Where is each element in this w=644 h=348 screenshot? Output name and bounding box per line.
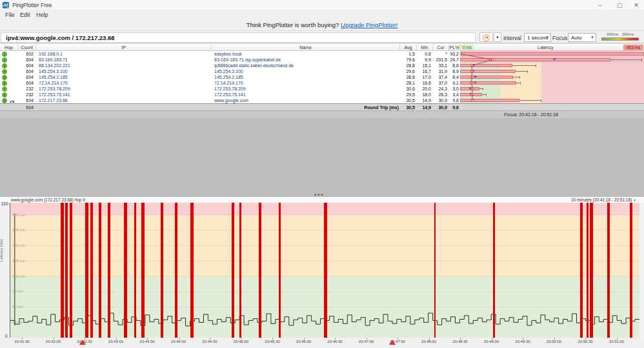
packet-loss-bar <box>607 203 610 341</box>
cell-pl: 93,2 <box>444 51 459 57</box>
gridline-label: 125 ms <box>12 259 25 263</box>
packet-loss-bar <box>239 203 241 341</box>
cell-min: 0,6 <box>416 51 431 57</box>
packet-loss-bar <box>190 203 194 341</box>
legend-200ms-label: 200ms <box>622 32 634 36</box>
plot-right-gutter <box>639 203 644 338</box>
target-bar: ipv4:www.google.com / 172.217.23.68 ▼ In… <box>0 30 644 43</box>
column-header-name[interactable]: Name <box>212 45 400 51</box>
table-row[interactable]: 4604145.254.3.100145.254.3.10029,616,731… <box>0 68 644 74</box>
table-row[interactable]: 5604145.254.2.185145.254.2.18528,817,037… <box>0 74 644 80</box>
xaxis-label: 20:46:00 <box>288 340 319 343</box>
focus-marker-triangle[interactable] <box>79 340 86 345</box>
interval-select[interactable]: 1 second▼ <box>524 33 551 42</box>
timeline-ymax-label: 220 <box>1 201 8 206</box>
xaxis-label: 20:45:30 <box>257 340 288 343</box>
packet-loss-bar <box>134 203 136 341</box>
column-header-latency[interactable]: 0 msLatency453 ms <box>460 45 644 51</box>
cell-min: 16,7 <box>416 68 431 74</box>
gridline-label: 75 ms <box>12 289 23 293</box>
latency-range-bar <box>460 76 513 79</box>
focus-select[interactable]: Auto▼ <box>568 33 596 42</box>
cell-count: 604 <box>18 80 34 86</box>
cell-count: 232 <box>18 86 34 92</box>
chevron-down-icon: ▼ <box>545 36 549 39</box>
target-input[interactable]: ipv4:www.google.com / 172.217.23.68 <box>1 32 476 43</box>
menu-edit[interactable]: Edit <box>20 12 30 18</box>
minimize-button[interactable]: – <box>592 1 608 9</box>
roundtrip-row[interactable]: 604 Round Trip (ms) 30,5 14,9 30,9 9,6 <box>0 103 644 110</box>
xaxis-label: 20:47:00 <box>351 340 382 343</box>
table-row[interactable]: 7232172.253.78.209172.253.78.20930,620,0… <box>0 86 644 92</box>
cell-ip: 145.254.3.100 <box>39 68 206 74</box>
table-row[interactable]: 1602192.168.0.1easybox.local1,50,6*93,2 <box>0 51 644 57</box>
table-row[interactable]: 260483.169.183.7183-169-183-71-isp.super… <box>0 57 644 63</box>
cell-ip: 172.253.75.141 <box>39 92 206 97</box>
timeline-yaxis-label: Latency (ms) <box>0 239 3 261</box>
trace-grid: 1602192.168.0.1easybox.local1,50,6*93,22… <box>0 51 644 103</box>
gridline-label: 200 ms <box>12 213 25 217</box>
focus-label: Focus <box>552 35 567 41</box>
cell-count: 604 <box>18 63 34 68</box>
packet-loss-bar <box>587 203 589 341</box>
interval-label: Interval <box>503 35 521 41</box>
latency-range-bar <box>460 70 516 73</box>
column-header-min[interactable]: Min <box>417 45 433 51</box>
avg-latency-marker <box>471 87 474 90</box>
xaxis-label: 20:48:30 <box>445 340 476 343</box>
packet-loss-bar <box>175 203 177 341</box>
packet-loss-bar <box>259 203 261 341</box>
current-latency-marker: × <box>474 80 476 86</box>
cell-avg: 28,1 <box>394 80 415 86</box>
avg-latency-marker <box>471 99 474 102</box>
table-row[interactable]: 660472.14.214.17072.14.214.17028,116,637… <box>0 80 644 86</box>
avg-latency-marker <box>470 64 474 67</box>
grid-header: HopCountIPNameAvgMinCurPL%0 msLatency453… <box>0 43 644 51</box>
xaxis-label: 20:46:30 <box>319 340 350 343</box>
table-row[interactable]: 9604172.217.23.68www.google.com30,514,93… <box>0 97 644 103</box>
xaxis-label: 20:49:00 <box>476 340 507 343</box>
upgrade-link[interactable]: Upgrade PingPlotter! <box>341 21 397 28</box>
latency-header-label: Latency <box>538 45 554 50</box>
cell-name: www.google.com <box>214 97 395 103</box>
latency-zone <box>541 92 644 97</box>
timeline-plot[interactable]: 200 ms175 ms150 ms125 ms100 ms75 ms50 ms… <box>10 203 639 338</box>
cell-min: 14,9 <box>416 97 431 103</box>
pause-button[interactable] <box>479 32 493 42</box>
packet-loss-bar <box>70 203 72 341</box>
column-header-avg[interactable]: Avg <box>400 45 417 51</box>
table-row[interactable]: 360488.134.202.221ip5886cadd.static.kabe… <box>0 63 644 68</box>
packet-loss-bar <box>279 203 281 341</box>
latency-graph-cell: × <box>460 92 644 97</box>
title-bar: PingPlotter Free – ▢ ✕ <box>0 0 644 10</box>
cell-avg: 1,5 <box>394 51 415 57</box>
packet-loss-bar <box>65 203 68 341</box>
timeline-range-selector[interactable]: 10 minutes (20:41:18 - 20:51:18) ▼ <box>571 198 636 202</box>
latency-graph-cell: × <box>460 80 644 86</box>
maximize-button[interactable]: ▢ <box>612 1 627 9</box>
chevron-down-icon: ▼ <box>633 198 636 202</box>
cell-name: ip5886cadd.static.kabel-deutschland.de <box>214 63 395 68</box>
table-row[interactable]: 8232172.253.75.141172.253.75.14129,518,0… <box>0 92 644 97</box>
cell-pl: 8,6 <box>444 63 459 68</box>
pause-dropdown-button[interactable]: ▼ <box>494 32 501 42</box>
cell-ip: 83.169.183.71 <box>39 57 206 63</box>
column-header-ip[interactable]: IP <box>36 45 212 51</box>
packet-loss-bar <box>99 203 101 341</box>
column-header-pl[interactable]: PL% <box>449 45 460 51</box>
focus-marker-triangle[interactable] <box>389 340 396 345</box>
close-button[interactable]: ✕ <box>629 1 644 9</box>
avg-latency-marker <box>470 76 474 79</box>
latency-zone <box>541 97 644 103</box>
column-header-hop[interactable]: Hop <box>0 45 18 51</box>
cell-name: 145.254.3.100 <box>214 68 395 74</box>
xaxis-label: 20:49:30 <box>507 340 538 343</box>
column-header-count[interactable]: Count <box>18 45 36 51</box>
chevron-down-icon: ▼ <box>590 36 594 39</box>
menu-help[interactable]: Help <box>36 12 48 18</box>
column-header-cur[interactable]: Cur <box>433 45 449 51</box>
cell-avg: 29,5 <box>394 92 415 97</box>
latency-range-bar <box>460 99 519 102</box>
app-icon <box>3 2 9 8</box>
menu-file[interactable]: File <box>5 12 15 18</box>
